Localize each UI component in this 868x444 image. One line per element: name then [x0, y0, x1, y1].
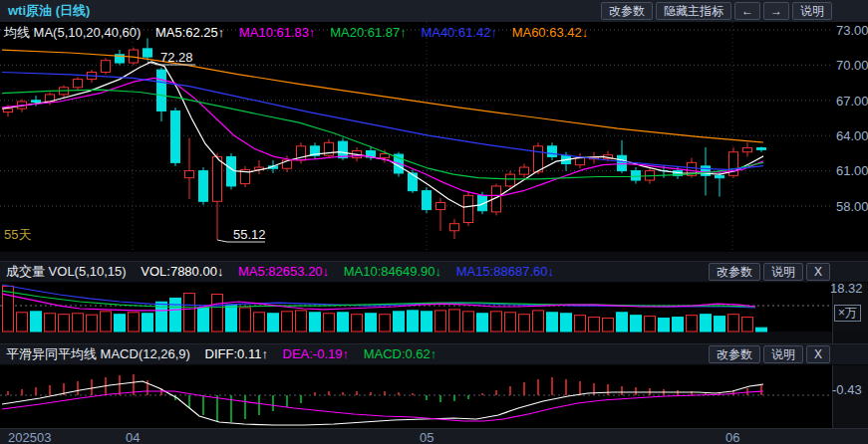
trading-chart-app: wti原油 (日线) 改参数 隐藏主指标 ← → 说明 均线 MA(5,10,2…	[0, 0, 868, 444]
volume-close-button[interactable]: X	[806, 263, 830, 281]
macd-help-button[interactable]: 说明	[763, 345, 803, 363]
macd-change-params-button[interactable]: 改参数	[709, 345, 760, 363]
days-annotation: 55天	[4, 226, 31, 244]
price-axis-label: 64.00	[836, 128, 868, 143]
price-axis-label: 70.00	[836, 58, 868, 73]
symbol-title: wti原油 (日线)	[8, 2, 90, 20]
macd-panel-buttons: 改参数 说明 X	[709, 345, 830, 363]
diff-value: DIFF:0.11↑	[205, 346, 268, 361]
title-bar-buttons: 改参数 隐藏主指标 ← → 说明	[601, 2, 832, 20]
price-axis-label: 61.00	[836, 163, 868, 178]
volume-panel-header: 成交量 VOL(5,10,15) VOL:7880.00↓ MA5:82653.…	[0, 261, 868, 283]
ma10-value: MA10:61.83↑	[239, 25, 316, 40]
volume-help-button[interactable]: 说明	[763, 263, 803, 281]
volume-scale-label: 18.32	[830, 281, 863, 296]
macd-panel-header: 平滑异同平均线 MACD(12,26,9) DIFF:0.11↑ DEA:-0.…	[0, 343, 868, 365]
macd-close-button[interactable]: X	[806, 345, 830, 363]
volume-unit-badge: ×万	[834, 305, 861, 322]
ma5-value: MA5:62.25↑	[155, 25, 224, 40]
chart-canvas[interactable]	[0, 0, 868, 444]
prev-arrow-button[interactable]: ←	[734, 2, 760, 20]
time-axis-label: 05	[420, 430, 434, 444]
next-arrow-button[interactable]: →	[763, 2, 789, 20]
time-axis-label: 06	[725, 430, 739, 444]
macd-indicator-row: 平滑异同平均线 MACD(12,26,9) DIFF:0.11↑ DEA:-0.…	[6, 345, 447, 363]
price-axis-label: 58.00	[836, 199, 868, 214]
vol-params-label: 成交量 VOL(5,10,15)	[6, 264, 127, 279]
vol-ma5-value: MA5:82653.20↓	[238, 264, 329, 279]
vol-value: VOL:7880.00↓	[141, 264, 223, 279]
time-axis-label: 04	[126, 430, 140, 444]
low-annotation: 55.12	[233, 227, 266, 242]
macd-scale-label: -0.43	[832, 382, 862, 397]
price-axis-label: 73.00	[836, 23, 868, 38]
macd-value: MACD:0.62↑	[364, 346, 437, 361]
ma20-value: MA20:61.87↑	[330, 25, 407, 40]
vol-ma15-value: MA15:88687.60↓	[456, 264, 554, 279]
change-params-button[interactable]: 改参数	[601, 2, 653, 20]
vol-ma10-value: MA10:84649.90↓	[344, 264, 441, 279]
ma-params-label: 均线 MA(5,10,20,40,60)	[4, 25, 141, 40]
ma-indicator-row: 均线 MA(5,10,20,40,60) MA5:62.25↑ MA10:61.…	[4, 24, 599, 42]
time-axis-label: 202503	[8, 430, 51, 444]
high-annotation: 72.28	[160, 50, 193, 65]
ma60-value: MA60:63.42↓	[512, 25, 589, 40]
hide-main-indicator-button[interactable]: 隐藏主指标	[656, 2, 731, 20]
volume-indicator-row: 成交量 VOL(5,10,15) VOL:7880.00↓ MA5:82653.…	[6, 263, 565, 281]
ma40-value: MA40:61.42↑	[421, 25, 497, 40]
price-axis-label: 67.00	[836, 94, 868, 109]
help-button[interactable]: 说明	[792, 2, 832, 20]
macd-params-label: 平滑异同平均线 MACD(12,26,9)	[6, 346, 190, 361]
volume-panel-buttons: 改参数 说明 X	[709, 263, 830, 281]
dea-value: DEA:-0.19↑	[283, 346, 349, 361]
volume-change-params-button[interactable]: 改参数	[709, 263, 760, 281]
title-bar: wti原油 (日线) 改参数 隐藏主指标 ← → 说明	[0, 0, 868, 22]
